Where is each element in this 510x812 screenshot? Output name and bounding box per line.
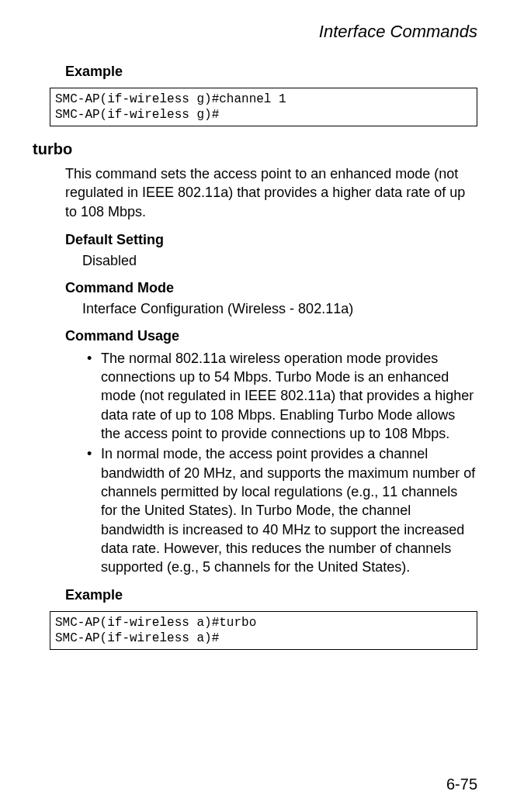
command-usage-list: The normal 802.11a wireless operation mo… bbox=[87, 349, 477, 577]
command-description: This command sets the access point to an… bbox=[65, 164, 477, 221]
command-mode-heading: Command Mode bbox=[65, 280, 477, 296]
list-item: In normal mode, the access point provide… bbox=[87, 444, 477, 576]
code-block-2: SMC-AP(if-wireless a)#turbo SMC-AP(if-wi… bbox=[50, 611, 477, 650]
page-header: Interface Commands bbox=[33, 22, 477, 42]
command-mode-value: Interface Configuration (Wireless - 802.… bbox=[82, 301, 477, 317]
list-item: The normal 802.11a wireless operation mo… bbox=[87, 349, 477, 443]
command-name: turbo bbox=[33, 140, 477, 158]
default-setting-heading: Default Setting bbox=[65, 232, 477, 248]
example-heading-2: Example bbox=[65, 587, 477, 603]
example-heading-1: Example bbox=[65, 64, 477, 80]
page: Interface Commands Example SMC-AP(if-wir… bbox=[0, 0, 510, 812]
default-setting-value: Disabled bbox=[82, 253, 477, 269]
command-usage-heading: Command Usage bbox=[65, 328, 477, 344]
page-number: 6-75 bbox=[446, 776, 477, 793]
code-block-1: SMC-AP(if-wireless g)#channel 1 SMC-AP(i… bbox=[50, 88, 477, 126]
